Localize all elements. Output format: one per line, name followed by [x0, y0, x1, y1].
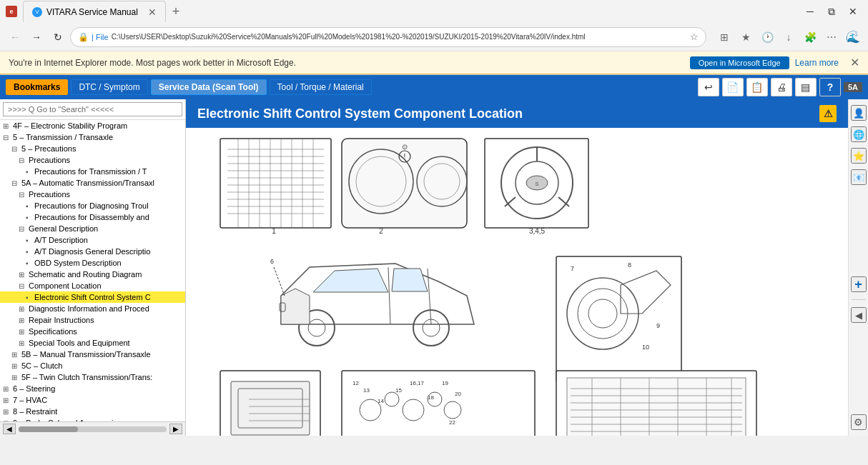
forward-btn[interactable]: →: [27, 28, 46, 46]
restore-btn[interactable]: ⧉: [822, 2, 841, 21]
extensions-btn[interactable]: 🧩: [801, 28, 819, 46]
new-tab-btn[interactable]: +: [166, 1, 186, 21]
svg-text:16,17: 16,17: [410, 380, 425, 386]
tree-label: Schematic and Routing Diagram: [29, 270, 142, 279]
tree-item[interactable]: ⊞ 5C – Clutch: [0, 360, 185, 371]
toggle-icon: ⊞: [3, 385, 11, 393]
address-bar[interactable]: 🔒 | File ☆: [70, 27, 706, 47]
tab-title: VITARA Service Manual: [46, 7, 138, 17]
warning-symbol: ⚠: [824, 108, 833, 119]
tree-item[interactable]: ⊞ 8 – Restraint: [0, 406, 185, 417]
tool-torque-btn[interactable]: Tool / Torque / Material: [270, 79, 372, 95]
right-icon-collapse[interactable]: ◀: [851, 307, 867, 323]
tool-icon-3[interactable]: 📋: [746, 78, 768, 96]
history-btn[interactable]: 🕐: [758, 28, 776, 46]
svg-rect-0: [220, 139, 331, 228]
refresh-btn[interactable]: ↻: [49, 28, 67, 46]
tree-item[interactable]: ⊞ 5F – Twin Clutch Transmission/Trans:: [0, 371, 185, 383]
tree-item[interactable]: ⊟ General Description: [0, 223, 185, 234]
right-icon-favorites[interactable]: ⭐: [851, 148, 867, 164]
tool-icon-1[interactable]: ↩: [698, 78, 719, 96]
right-icon-user[interactable]: 👤: [851, 105, 867, 121]
ie-mode-banner: You're in Internet Explorer mode. Most p…: [0, 51, 868, 74]
service-data-btn[interactable]: Service Data (Scan Tool): [151, 79, 267, 95]
edge-icon-btn[interactable]: 🌊: [844, 28, 862, 46]
leaf-icon: ▪: [26, 214, 33, 221]
open-edge-btn[interactable]: Open in Microsoft Edge: [690, 56, 789, 69]
tool-icon-2[interactable]: 📄: [722, 78, 744, 96]
tree-item[interactable]: ▪ Precautions for Diagnosing Troul: [0, 200, 185, 211]
tree-item[interactable]: ▪ Precautions for Transmission / T: [0, 166, 185, 177]
search-input[interactable]: [3, 102, 182, 116]
star-icon[interactable]: ☆: [690, 31, 699, 42]
title-bar: e V VITARA Service Manual ✕ + ─ ⧉ ✕: [0, 0, 868, 23]
tree-label: Specifications: [29, 327, 77, 336]
back-btn[interactable]: ←: [6, 28, 24, 46]
tree-label: 7 – HVAC: [13, 396, 47, 404]
tool-icon-5[interactable]: ▤: [795, 78, 817, 96]
svg-text:S: S: [535, 181, 538, 187]
tab-favicon-icon: V: [32, 7, 42, 17]
tree-item[interactable]: ⊞ 6 – Steering: [0, 383, 185, 394]
minimize-btn[interactable]: ─: [801, 2, 819, 21]
ie-banner-text: You're in Internet Explorer mode. Most p…: [9, 58, 684, 68]
tree-item[interactable]: ⊞ 4F – Electronic Stability Program: [0, 120, 185, 131]
svg-text:22: 22: [449, 419, 455, 426]
tree-item[interactable]: ⊟ Precautions: [0, 154, 185, 166]
toggle-icon: ⊟: [11, 179, 20, 187]
scroll-left-btn[interactable]: ◀: [3, 424, 16, 434]
right-icon-globe[interactable]: 🌐: [851, 126, 867, 142]
tree-label: 8 – Restraint: [13, 407, 57, 416]
tree-item[interactable]: ⊞ Schematic and Routing Diagram: [0, 269, 185, 280]
address-input[interactable]: [112, 33, 687, 41]
tree-item[interactable]: ⊟ Precautions: [0, 189, 185, 200]
tool-icon-4[interactable]: 🖨: [771, 78, 792, 96]
toggle-icon: ⊟: [3, 134, 11, 141]
downloads-btn[interactable]: ↓: [779, 28, 798, 46]
collections-btn[interactable]: ⊞: [715, 28, 734, 46]
tool-icon-help[interactable]: ?: [819, 78, 841, 96]
tree-item[interactable]: ⊞ Repair Instructions: [0, 314, 185, 326]
right-icon-settings[interactable]: ⚙: [851, 414, 867, 430]
component-diagram: 1: [186, 128, 848, 436]
tree-item[interactable]: ▪ A/T Description: [0, 234, 185, 246]
tree-item[interactable]: ▪ OBD System Description: [0, 257, 185, 269]
tree-item[interactable]: ⊞ 7 – HVAC: [0, 394, 185, 406]
sidebar-scrollbar[interactable]: ◀ ▶: [0, 421, 185, 436]
tree-item[interactable]: ⊞ 5B – Manual Transmission/Transaxle: [0, 349, 185, 360]
scroll-right-btn[interactable]: ▶: [169, 424, 182, 434]
tree-label: A/T Description: [34, 236, 88, 244]
settings-btn[interactable]: ⋯: [822, 28, 841, 46]
tree-item[interactable]: ⊞ Special Tools and Equipment: [0, 337, 185, 349]
bookmarks-btn[interactable]: Bookmarks: [6, 79, 68, 95]
tree-item[interactable]: ⊟ 5 – Transmission / Transaxle: [0, 131, 185, 143]
tree-item[interactable]: ▪ A/T Diagnosis General Descriptio: [0, 246, 185, 257]
toggle-icon: ⊞: [19, 339, 27, 347]
scrollbar-track: [19, 426, 167, 432]
learn-more-link[interactable]: Learn more: [795, 58, 839, 68]
dtc-btn[interactable]: DTC / Symptom: [71, 79, 147, 95]
ie-banner-close[interactable]: ✕: [850, 56, 859, 69]
tree-item[interactable]: ⊞ Specifications: [0, 326, 185, 337]
tree-item[interactable]: ⊞ Diagnostic Information and Proced: [0, 303, 185, 314]
right-icon-add[interactable]: +: [851, 276, 867, 292]
tree-item[interactable]: ▪ Precautions for Disassembly and: [0, 211, 185, 223]
tree-label: OBD System Description: [34, 259, 122, 267]
tree-label: Component Location: [29, 281, 102, 290]
tree-item[interactable]: ⊟ Component Location: [0, 280, 185, 291]
tree-item[interactable]: ⊟ 5A – Automatic Transmission/Transaxl: [0, 177, 185, 189]
browser-nav-bar: ← → ↻ 🔒 | File ☆ ⊞ ★ 🕐 ↓ 🧩 ⋯ 🌊: [0, 23, 868, 51]
toggle-icon: ⊞: [3, 122, 11, 130]
browser-tab[interactable]: V VITARA Service Manual ✕: [23, 1, 166, 22]
page-title: Electronic Shift Control System Componen…: [197, 106, 523, 121]
close-btn[interactable]: ✕: [844, 2, 862, 21]
favorites-btn[interactable]: ★: [736, 28, 755, 46]
right-icon-mail[interactable]: 📧: [851, 169, 867, 185]
toggle-icon: ⊞: [3, 408, 11, 416]
tree-item-selected[interactable]: ▪ Electronic Shift Control System C: [0, 291, 185, 303]
security-icon: 🔒: [78, 32, 89, 42]
tab-close-btn[interactable]: ✕: [148, 6, 157, 18]
tree-item[interactable]: ⊟ 5 – Precautions: [0, 143, 185, 154]
leaf-icon: ▪: [26, 259, 33, 267]
app-toolbar: Bookmarks DTC / Symptom Service Data (Sc…: [0, 75, 868, 99]
